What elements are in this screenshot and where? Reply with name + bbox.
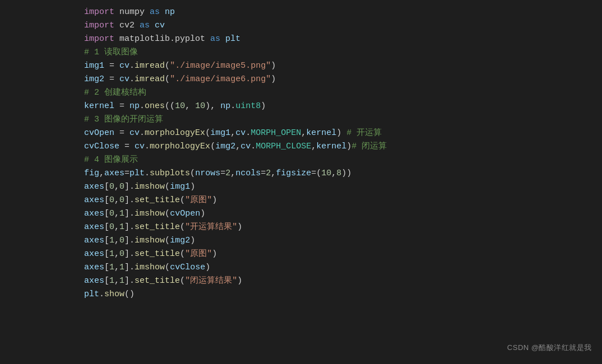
code-line-9: # 3 图像的开闭运算	[84, 113, 538, 127]
code-line-5: img1 = cv.imread("./image/image5.png")	[84, 59, 538, 73]
code-line-22: plt.show()	[84, 288, 538, 301]
code-line-7: # 2 创建核结构	[84, 86, 538, 100]
code-line-18: axes[1,0].imshow(img2)	[84, 234, 538, 248]
code-line-13: fig,axes=plt.subplots(nrows=2,ncols=2,fi…	[84, 167, 538, 180]
code-line-1: import numpy as np	[84, 6, 538, 19]
code-line-14: axes[0,0].imshow(img1)	[84, 180, 538, 194]
code-line-11: cvClose = cv.morphologyEx(img2,cv.MORPH_…	[84, 140, 538, 153]
code-line-20: axes[1,1].imshow(cvClose)	[84, 261, 538, 274]
code-line-19: axes[1,0].set_title("原图")	[84, 248, 538, 261]
code-line-21: axes[1,1].set_title("闭运算结果")	[84, 274, 538, 288]
code-line-12: # 4 图像展示	[84, 153, 538, 167]
code-line-10: cvOpen = cv.morphologyEx(img1,cv.MORPH_O…	[84, 127, 538, 140]
code-line-8: kernel = np.ones((10, 10), np.uint8)	[84, 100, 538, 113]
code-line-4: # 1 读取图像	[84, 46, 538, 59]
code-line-17: axes[0,1].set_title("开运算结果")	[84, 221, 538, 234]
code-line-15: axes[0,0].set_title("原图")	[84, 194, 538, 207]
code-line-6: img2 = cv.imread("./image/image6.png")	[84, 73, 538, 86]
code-line-2: import cv2 as cv	[84, 19, 538, 32]
watermark: CSDN @酷酸洋红就是我	[507, 342, 592, 354]
code-block: import numpy as np import cv2 as cv impo…	[0, 0, 538, 358]
code-line-16: axes[0,1].imshow(cvOpen)	[84, 207, 538, 221]
code-line-3: import matplotlib.pyplot as plt	[84, 32, 538, 46]
